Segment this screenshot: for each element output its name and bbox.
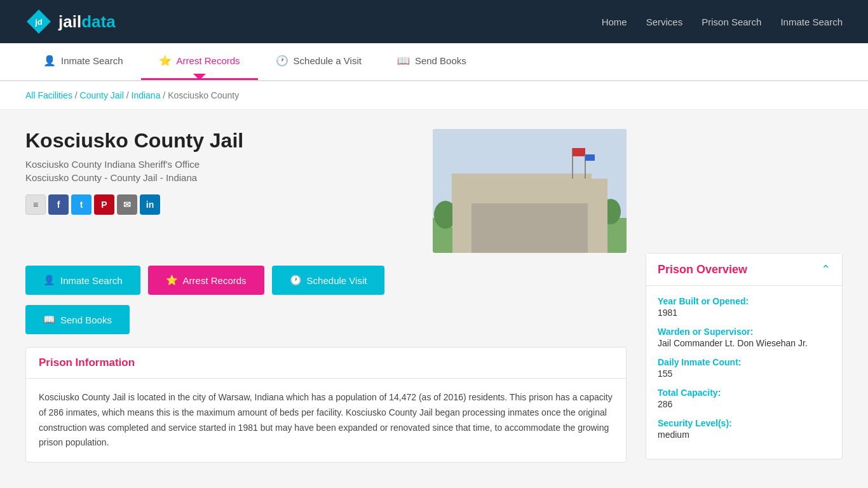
breadcrumb-current: Kosciusko County [168, 90, 239, 100]
inmate-search-button[interactable]: 👤 Inmate Search [25, 266, 140, 295]
facility-subtitle-1: Kosciusko County Indiana Sheriff's Offic… [25, 159, 414, 170]
svg-rect-14 [573, 148, 585, 156]
arrest-records-icon: ⭐ [159, 55, 172, 67]
main-content: Kosciusko County Jail Kosciusko County I… [0, 110, 868, 482]
svg-rect-5 [465, 186, 490, 227]
svg-rect-10 [528, 193, 538, 200]
logo[interactable]: jd jaildata [25, 8, 116, 35]
send-books-button[interactable]: 📖 Send Books [25, 305, 130, 334]
svg-point-17 [434, 201, 457, 229]
share-button[interactable]: ≡ [25, 194, 46, 215]
prison-overview-header: Prison Overview ⌃ [646, 254, 842, 286]
logo-text: jaildata [58, 12, 116, 32]
year-built-row: Year Built or Opened: 1981 [658, 296, 831, 318]
total-capacity-label: Total Capacity: [658, 388, 831, 398]
subnav-send-books[interactable]: 📖 Send Books [379, 43, 484, 80]
svg-rect-3 [433, 218, 627, 253]
breadcrumb-county-jail[interactable]: County Jail [80, 90, 124, 100]
inmate-search-link[interactable]: Inmate Search [780, 17, 843, 27]
svg-rect-6 [522, 186, 547, 227]
prison-search-link[interactable]: Prison Search [702, 17, 761, 27]
svg-point-18 [600, 199, 621, 224]
arrest-records-button[interactable]: ⭐ Arrest Records [148, 266, 264, 295]
facility-subtitle-2: Kosciusko County - County Jail - Indiana [25, 172, 414, 183]
prison-info-header: Prison Information [26, 348, 626, 379]
facility-title: Kosciusko County Jail [25, 129, 414, 152]
prison-overview-box: Prison Overview ⌃ Year Built or Opened: … [646, 253, 843, 459]
svg-rect-2 [433, 129, 627, 253]
social-icons: ≡ f t P ✉ in [25, 194, 414, 215]
schedule-visit-button[interactable]: 🕐 Schedule Visit [272, 266, 385, 295]
svg-rect-4 [452, 173, 592, 227]
breadcrumb-indiana[interactable]: Indiana [132, 90, 161, 100]
svg-rect-11 [542, 193, 552, 200]
action-buttons: 👤 Inmate Search ⭐ Arrest Records 🕐 Sched… [25, 266, 627, 295]
subnav-inmate-search[interactable]: 👤 Inmate Search [25, 43, 141, 80]
sub-navigation: 👤 Inmate Search ⭐ Arrest Records 🕐 Sched… [0, 43, 868, 81]
inmate-search-btn-icon: 👤 [43, 274, 55, 286]
linkedin-button[interactable]: in [140, 194, 160, 215]
facility-image [433, 129, 627, 253]
schedule-visit-icon: 🕐 [276, 55, 288, 67]
security-level-row: Security Level(s): medium [658, 418, 831, 440]
schedule-visit-btn-icon: 🕐 [290, 274, 302, 286]
svg-point-19 [589, 207, 607, 227]
year-built-label: Year Built or Opened: [658, 296, 831, 306]
facebook-button[interactable]: f [48, 194, 69, 215]
subnav-schedule-visit[interactable]: 🕐 Schedule a Visit [258, 43, 379, 80]
email-button[interactable]: ✉ [117, 194, 137, 215]
daily-count-value: 155 [658, 369, 831, 379]
home-link[interactable]: Home [602, 17, 627, 27]
warden-value: Jail Commander Lt. Don Wiesehan Jr. [658, 338, 831, 348]
send-books-btn-icon: 📖 [43, 314, 55, 325]
inmate-search-icon: 👤 [43, 55, 56, 67]
breadcrumb: All Facilities / County Jail / Indiana /… [0, 81, 868, 110]
svg-rect-8 [471, 193, 480, 200]
top-navigation: jd jaildata Home Services Prison Search … [0, 0, 868, 43]
right-column: Prison Overview ⌃ Year Built or Opened: … [646, 129, 843, 463]
pinterest-button[interactable]: P [94, 194, 114, 215]
logo-icon: jd [25, 8, 52, 35]
warden-row: Warden or Supervisor: Jail Commander Lt.… [658, 327, 831, 348]
total-capacity-value: 286 [658, 399, 831, 409]
breadcrumb-all-facilities[interactable]: All Facilities [25, 90, 72, 100]
year-built-value: 1981 [658, 308, 831, 318]
left-column: Kosciusko County Jail Kosciusko County I… [25, 129, 627, 463]
total-capacity-row: Total Capacity: 286 [658, 388, 831, 409]
services-link[interactable]: Services [646, 17, 683, 27]
svg-rect-9 [485, 193, 494, 200]
security-level-label: Security Level(s): [658, 418, 831, 428]
svg-text:jd: jd [34, 17, 43, 27]
prison-info-body: Kosciusko County Jail is located in the … [26, 379, 626, 462]
daily-count-label: Daily Inmate Count: [658, 357, 831, 367]
send-books-icon: 📖 [397, 55, 410, 67]
svg-rect-7 [490, 180, 553, 227]
subnav-arrest-records[interactable]: ⭐ Arrest Records [141, 43, 258, 80]
security-level-value: medium [658, 430, 831, 440]
twitter-button[interactable]: t [71, 194, 92, 215]
svg-rect-12 [509, 205, 534, 227]
prison-overview-title: Prison Overview [658, 263, 747, 276]
top-nav-links: Home Services Prison Search Inmate Searc… [602, 17, 843, 27]
prison-information-box: Prison Information Kosciusko County Jail… [25, 347, 627, 463]
facility-image-container [433, 129, 627, 253]
collapse-chevron-icon[interactable]: ⌃ [821, 262, 831, 276]
prison-overview-body: Year Built or Opened: 1981 Warden or Sup… [646, 286, 842, 459]
svg-rect-16 [585, 154, 595, 161]
arrest-records-btn-icon: ⭐ [166, 274, 178, 286]
daily-count-row: Daily Inmate Count: 155 [658, 357, 831, 379]
warden-label: Warden or Supervisor: [658, 327, 831, 337]
